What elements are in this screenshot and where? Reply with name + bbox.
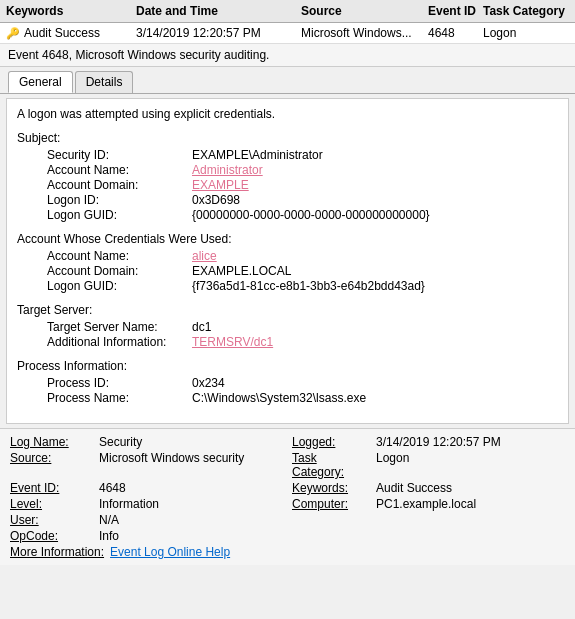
col-header-source[interactable]: Source — [299, 2, 426, 20]
field-security-id: Security ID: EXAMPLE\Administrator — [47, 148, 558, 162]
meta-value-opcode: Info — [99, 529, 288, 543]
section-title-subject: Subject: — [17, 131, 558, 145]
meta-label-level: Level: — [10, 497, 95, 511]
section-title-target: Target Server: — [17, 303, 558, 317]
meta-value-eventid: 4648 — [99, 481, 288, 495]
meta-value-source: Microsoft Windows security — [99, 451, 288, 479]
meta-value-level: Information — [99, 497, 288, 511]
field-account-name-cred: Account Name: alice — [47, 249, 558, 263]
section-credentials: Account Whose Credentials Were Used: Acc… — [17, 232, 558, 293]
meta-label-logname: Log Name: — [10, 435, 95, 449]
audit-success-icon: 🔑 — [6, 27, 20, 40]
meta-label-taskcategory: Task Category: — [292, 451, 372, 479]
detail-panel: A logon was attempted using explicit cre… — [6, 98, 569, 424]
field-process-name: Process Name: C:\Windows\System32\lsass.… — [47, 391, 558, 405]
field-account-name-subject: Account Name: Administrator — [47, 163, 558, 177]
meta-value-computer: PC1.example.local — [376, 497, 565, 511]
detail-intro: A logon was attempted using explicit cre… — [17, 107, 558, 121]
meta-label-moreinfo: More Information: — [10, 545, 104, 559]
tabs-bar: General Details — [0, 67, 575, 94]
field-logon-guid-cred: Logon GUID: {f736a5d1-81cc-e8b1-3bb3-e64… — [47, 279, 558, 293]
col-header-datetime[interactable]: Date and Time — [134, 2, 299, 20]
subject-fields: Security ID: EXAMPLE\Administrator Accou… — [17, 148, 558, 222]
field-logon-id: Logon ID: 0x3D698 — [47, 193, 558, 207]
col-header-eventid[interactable]: Event ID — [426, 2, 481, 20]
meta-label-opcode: OpCode: — [10, 529, 95, 543]
section-target-server: Target Server: Target Server Name: dc1 A… — [17, 303, 558, 349]
event-summary: Event 4648, Microsoft Windows security a… — [0, 44, 575, 67]
more-info-row: More Information: Event Log Online Help — [10, 545, 565, 559]
process-fields: Process ID: 0x234 Process Name: C:\Windo… — [17, 376, 558, 405]
tab-details[interactable]: Details — [75, 71, 134, 93]
metadata-panel: Log Name: Security Logged: 3/14/2019 12:… — [0, 428, 575, 565]
field-account-domain-subject: Account Domain: EXAMPLE — [47, 178, 558, 192]
col-header-keywords[interactable]: Keywords — [4, 2, 134, 20]
table-header: Keywords Date and Time Source Event ID T… — [0, 0, 575, 23]
meta-value-logname: Security — [99, 435, 288, 449]
meta-value-user: N/A — [99, 513, 288, 527]
cell-keywords: 🔑 Audit Success — [4, 24, 134, 42]
meta-value-taskcategory: Logon — [376, 451, 565, 479]
cell-taskcategory: Logon — [481, 24, 571, 42]
section-subject: Subject: Security ID: EXAMPLE\Administra… — [17, 131, 558, 222]
section-process: Process Information: Process ID: 0x234 P… — [17, 359, 558, 405]
cell-source: Microsoft Windows... — [299, 24, 426, 42]
field-account-domain-cred: Account Domain: EXAMPLE.LOCAL — [47, 264, 558, 278]
meta-label-eventid: Event ID: — [10, 481, 95, 495]
col-header-taskcategory[interactable]: Task Category — [481, 2, 571, 20]
metadata-grid: Log Name: Security Logged: 3/14/2019 12:… — [10, 435, 565, 543]
field-logon-guid-subject: Logon GUID: {00000000-0000-0000-0000-000… — [47, 208, 558, 222]
tab-general[interactable]: General — [8, 71, 73, 93]
cell-eventid: 4648 — [426, 24, 481, 42]
meta-label-computer: Computer: — [292, 497, 372, 511]
meta-label-logged: Logged: — [292, 435, 372, 449]
target-fields: Target Server Name: dc1 Additional Infor… — [17, 320, 558, 349]
section-title-process: Process Information: — [17, 359, 558, 373]
event-log-online-help-link[interactable]: Event Log Online Help — [110, 545, 230, 559]
meta-label-source: Source: — [10, 451, 95, 479]
credentials-fields: Account Name: alice Account Domain: EXAM… — [17, 249, 558, 293]
field-target-server-name: Target Server Name: dc1 — [47, 320, 558, 334]
meta-label-keywords: Keywords: — [292, 481, 372, 495]
cell-datetime: 3/14/2019 12:20:57 PM — [134, 24, 299, 42]
meta-label-user: User: — [10, 513, 95, 527]
meta-value-logged: 3/14/2019 12:20:57 PM — [376, 435, 565, 449]
section-title-credentials: Account Whose Credentials Were Used: — [17, 232, 558, 246]
field-additional-info: Additional Information: TERMSRV/dc1 — [47, 335, 558, 349]
field-process-id: Process ID: 0x234 — [47, 376, 558, 390]
table-row[interactable]: 🔑 Audit Success 3/14/2019 12:20:57 PM Mi… — [0, 23, 575, 44]
meta-value-keywords: Audit Success — [376, 481, 565, 495]
